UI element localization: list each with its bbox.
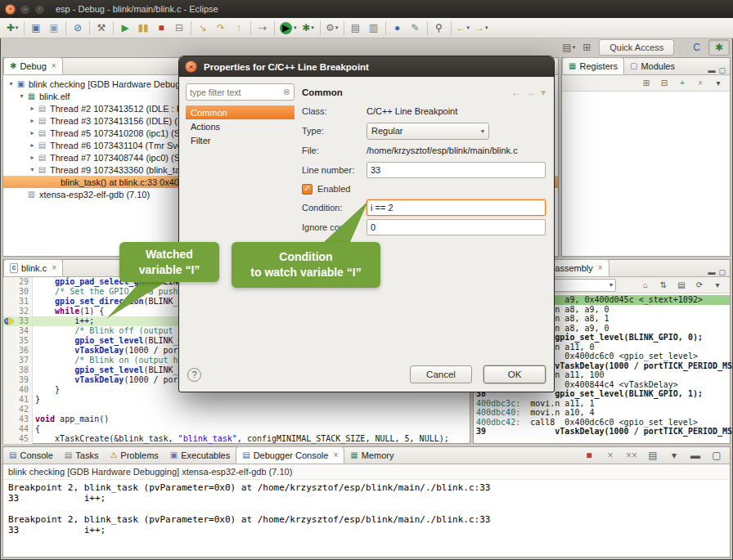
code-line[interactable]: 44{ [3,424,470,434]
expander-right-icon[interactable]: ▸ [28,154,37,161]
suspend-button[interactable]: ▮▮ [135,20,151,37]
console-output[interactable]: Breakpoint 2, blink_task (pvParameter=0x… [3,480,730,538]
maximize-button[interactable]: ▢ [718,66,726,74]
help-button[interactable]: ? [187,368,201,382]
add-register-group-button[interactable]: + [674,74,690,92]
instruction-stepping-button[interactable]: ⇢ [254,20,271,37]
expander-right-icon[interactable]: ▸ [28,117,37,124]
code-line[interactable]: 42 [3,405,470,414]
cancel-button[interactable]: Cancel [410,365,472,383]
open-console-button[interactable]: ▤▾ [560,39,577,56]
new-cpp-project-button[interactable]: ▤ [348,20,364,37]
expander-right-icon[interactable]: ▸ [28,129,37,137]
filter-input[interactable] [190,87,283,97]
remove-all-launches-button[interactable]: ×× [623,446,640,464]
dialog-section-common[interactable]: Common [186,105,295,119]
search-button[interactable]: ⚲ [431,20,447,37]
expander-right-icon[interactable]: ▸ [28,105,37,112]
back-button[interactable]: ←▾ [455,20,472,37]
maximize-button[interactable]: ▫ [34,4,45,15]
resume-button[interactable]: ▶ [117,20,133,37]
expander-right-icon[interactable]: ▸ [28,141,37,149]
code-line[interactable]: 41} [3,395,470,405]
debug-perspective-button[interactable]: ✱ [708,39,730,56]
ok-button[interactable]: OK [483,365,546,383]
type-dropdown[interactable]: Regular ▾ [366,123,489,140]
view-menu-icon[interactable]: ▾ [710,74,726,92]
forward-button[interactable]: →▾ [473,20,490,37]
terminate-button[interactable]: ■ [581,446,597,464]
remove-register-group-button[interactable]: × [692,74,708,92]
home-icon[interactable]: ⌂ [637,276,654,293]
terminate-button[interactable]: ■ [153,20,169,37]
new-wizard-button[interactable]: ✚▾ [4,20,20,37]
expander-down-icon[interactable]: ▾ [17,92,26,100]
tab-registers[interactable]: ▦Registers [562,57,624,74]
disassembly-line[interactable]: 400dbc42: call8 0x400dc6c0 <gpio_set_lev… [476,418,730,428]
minimize-button[interactable]: ▬ [708,66,715,74]
toggle-breakpoint-button[interactable]: ● [389,20,406,37]
debug-button[interactable]: ✱▾ [300,20,317,37]
tab-tasks[interactable]: ▤Tasks [59,446,105,464]
skip-all-breakpoints-button[interactable]: ⊘ [70,20,86,37]
disconnect-button[interactable]: ⊟ [171,20,187,37]
show-source-icon[interactable]: ▤ [673,276,690,293]
layout-icon[interactable]: ⊞ [638,74,654,92]
disassembly-line[interactable]: 400dbc3c: movi.n a11, 1 [476,399,730,409]
close-icon[interactable]: × [598,263,603,272]
disassembly-line[interactable]: 39 vTaskDelay(1000 / portTICK_PERIOD_MS)… [476,427,730,437]
tab-blink-c[interactable]: cblink.c× [3,259,63,276]
expander-down-icon[interactable]: ▾ [7,80,16,87]
tab-modules[interactable]: ▢Modules [624,57,681,74]
tab-problems[interactable]: ⚠Problems [104,446,164,464]
tab-debug[interactable]: ✱Debug× [3,57,63,74]
mark-occurrences-button[interactable]: ✎ [407,20,424,37]
clear-console-button[interactable]: ▤ [645,446,661,464]
sync-icon[interactable]: ⇅ [655,276,672,293]
minimize-button[interactable]: – [20,4,30,15]
close-button[interactable]: × [5,4,16,15]
build-button[interactable]: ⚒ [93,20,110,37]
minimize-button[interactable]: ▬ [708,268,715,276]
collapse-all-icon[interactable]: ⊟ [656,74,672,92]
close-icon[interactable]: × [52,263,56,272]
save-button[interactable]: ▣ [28,20,44,37]
condition-input[interactable] [366,199,546,216]
window-grid-icon[interactable]: ⊞ [578,39,595,56]
maximize-button[interactable]: ▢ [718,268,726,276]
clear-filter-icon[interactable]: ⊗ [283,87,290,97]
close-icon[interactable]: × [333,450,338,459]
minimize-button[interactable]: ▬ [687,446,704,464]
refresh-icon[interactable]: ⟳ [691,276,708,293]
ignore-count-input[interactable] [366,219,546,235]
code-line[interactable]: 43void app_main() [3,414,470,424]
new-file-button[interactable]: ▥ [366,20,382,37]
line-number-input[interactable] [366,162,546,178]
view-menu-icon[interactable]: ▾ [541,87,546,98]
expander-down-icon[interactable]: ▾ [28,166,37,173]
back-icon[interactable]: ← [511,87,521,98]
view-menu-icon[interactable]: ▾ [709,276,726,293]
code-line[interactable]: 45 xTaskCreate(&blink_task, "blink_task"… [3,434,470,444]
forward-icon[interactable]: → [526,87,536,98]
close-icon[interactable]: × [52,61,56,70]
dialog-section-actions[interactable]: Actions [186,119,295,133]
cpp-perspective-button[interactable]: C [686,39,707,56]
disassembly-line[interactable]: 400dbc40: movi.n a10, 4 [476,408,730,418]
display-console-menu-icon[interactable]: ▾ [666,446,682,464]
run-button[interactable]: ▶▾ [278,20,299,37]
maximize-button[interactable]: ▢ [708,446,725,464]
dialog-close-button[interactable]: × [185,60,197,73]
save-all-button[interactable]: ▣ [46,20,62,37]
tab-memory[interactable]: ▦Memory [344,446,399,464]
dialog-titlebar[interactable]: × Properties for C/C++ Line Breakpoint [179,56,554,77]
dialog-section-filter[interactable]: Filter [186,133,295,147]
tab-console[interactable]: ▤Console [3,446,59,464]
quick-access-button[interactable]: Quick Access [599,39,674,56]
enabled-checkbox[interactable]: ✓ [302,184,313,195]
remove-launch-button[interactable]: × [602,446,618,464]
tab-executables[interactable]: ▣Executables [164,446,236,464]
step-over-button[interactable]: ↷ [213,20,229,37]
external-tools-button[interactable]: ⚙▾ [324,20,340,37]
step-into-button[interactable]: ↘ [195,20,211,37]
